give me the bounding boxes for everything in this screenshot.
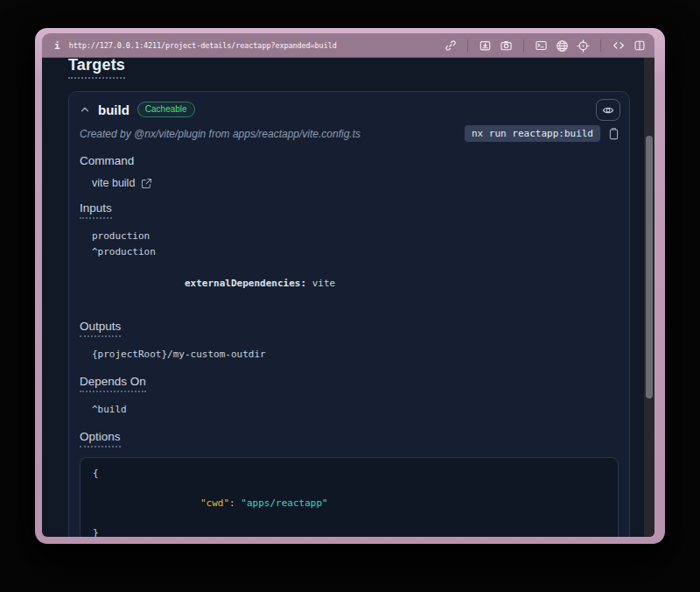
browser-viewport: i http://127.0.0.1:4211/project-details/…	[42, 33, 654, 537]
cacheable-badge: Cacheable	[137, 102, 195, 117]
clipboard-icon	[608, 127, 620, 140]
terminal-icon[interactable]	[535, 39, 548, 52]
camera-icon[interactable]	[500, 39, 513, 52]
browser-toolbar: i http://127.0.0.1:4211/project-details/…	[42, 33, 654, 58]
code-icon[interactable]	[612, 39, 626, 52]
info-icon: i	[54, 40, 60, 52]
download-icon[interactable]	[479, 39, 492, 52]
input-item: production	[92, 229, 619, 244]
toolbar-divider	[600, 39, 601, 52]
section-inputs: Inputs	[80, 201, 619, 219]
input-item: ^production	[92, 244, 619, 260]
target-icon[interactable]	[577, 39, 590, 53]
json-open-brace: {	[93, 466, 606, 481]
depends-on-tooltip-trigger: Depends On	[80, 375, 146, 392]
build-card-subheader: Created by @nx/vite/plugin from apps/rea…	[69, 117, 629, 142]
target-card-build: build Cacheable Created by @nx/vite/plug…	[68, 91, 630, 537]
globe-icon[interactable]	[556, 39, 569, 53]
section-options: Options	[80, 430, 619, 448]
options-json-box: { "cwd": "apps/reactapp" }	[80, 457, 619, 537]
copy-button[interactable]	[607, 126, 620, 141]
created-by-text: Created by @nx/vite/plugin from apps/rea…	[80, 128, 360, 140]
toolbar-divider	[467, 39, 468, 52]
command-value-row: vite build	[92, 177, 619, 189]
depends-on-list: ^build	[92, 402, 619, 418]
chevron-up-icon[interactable]	[80, 104, 90, 115]
inputs-list: production ^production externalDependenc…	[92, 229, 619, 307]
build-card-header[interactable]: build Cacheable	[69, 92, 629, 117]
outputs-list: {projectRoot}/my-custom-outdir	[92, 347, 619, 363]
json-cwd-line: "cwd": "apps/reactapp"	[93, 481, 606, 525]
scrollbar-thumb[interactable]	[646, 136, 653, 398]
depends-on-item: ^build	[92, 402, 619, 418]
page-content: Targets build Cacheable	[42, 58, 654, 537]
open-config-link[interactable]	[141, 178, 152, 189]
input-item-external-deps: externalDependencies: vite	[92, 260, 619, 307]
json-key: "cwd"	[200, 497, 229, 509]
browser-window: i http://127.0.0.1:4211/project-details/…	[35, 28, 665, 544]
toolbar-divider	[523, 39, 524, 52]
json-separator: :	[229, 497, 241, 509]
section-command: Command	[80, 154, 619, 167]
external-deps-key: externalDependencies:	[185, 278, 306, 289]
link-icon[interactable]	[444, 39, 457, 52]
external-deps-value: vite	[306, 278, 335, 289]
toolbar-actions	[444, 39, 646, 53]
view-in-graph-button[interactable]	[596, 99, 620, 121]
section-outputs: Outputs	[80, 320, 619, 337]
project-details-page: Targets build Cacheable	[42, 58, 644, 537]
external-link-icon	[141, 178, 152, 189]
json-close-brace: }	[93, 525, 606, 537]
eye-icon	[601, 104, 615, 116]
json-value: "apps/reactapp"	[241, 497, 327, 509]
url-input[interactable]: http://127.0.0.1:4211/project-details/re…	[69, 41, 444, 50]
options-tooltip-trigger: Options	[80, 430, 121, 448]
outputs-tooltip-trigger: Outputs	[80, 320, 121, 337]
page-title: Targets	[68, 58, 125, 79]
output-item: {projectRoot}/my-custom-outdir	[92, 347, 619, 363]
build-card-body: Command vite build Inputs	[69, 154, 629, 537]
scrollbar[interactable]	[644, 58, 654, 537]
inputs-tooltip-trigger: Inputs	[80, 201, 112, 219]
run-command-group: nx run reactapp:build	[465, 125, 620, 142]
split-view-icon[interactable]	[634, 39, 646, 52]
command-value: vite build	[92, 177, 135, 189]
target-name: build	[98, 102, 130, 117]
run-command-chip: nx run reactapp:build	[465, 125, 600, 142]
section-depends-on: Depends On	[80, 375, 619, 392]
